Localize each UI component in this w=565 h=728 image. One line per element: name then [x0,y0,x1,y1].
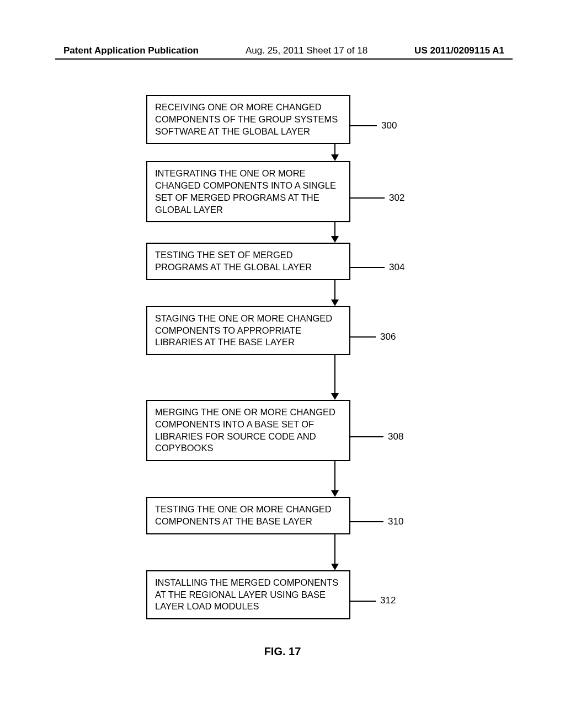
arrow-down-icon [331,299,339,306]
arrow-down-icon [331,393,339,400]
flow-step-text: RECEIVING ONE OR MORE CHANGED COMPONENTS… [155,102,338,136]
reference-leader-line [349,267,385,268]
arrow-shaft [334,222,335,237]
reference-leader-line [349,436,383,437]
arrow-shaft [334,461,335,491]
flow-step-302: INTEGRATING THE ONE OR MORE CHANGED COMP… [146,161,350,222]
arrow-shaft [334,144,335,155]
flow-arrow [247,222,422,243]
flow-step-text: STAGING THE ONE OR MORE CHANGED COMPONEN… [155,313,332,347]
flow-arrow [247,280,422,306]
flow-step-304: TESTING THE SET OF MERGED PROGRAMS AT TH… [146,243,350,280]
figure-label: FIG. 17 [0,645,565,658]
flow-step-310: TESTING THE ONE OR MORE CHANGED COMPONEN… [146,497,350,534]
arrow-shaft [334,534,335,564]
arrow-down-icon [331,490,339,497]
reference-number: 302 [385,192,404,204]
flow-step-text: INTEGRATING THE ONE OR MORE CHANGED COMP… [155,168,336,214]
reference-callout: 304 [349,261,404,274]
reference-callout: 302 [349,192,404,204]
reference-leader-line [349,601,376,602]
arrow-down-icon [331,564,339,570]
flow-step-text: TESTING THE SET OF MERGED PROGRAMS AT TH… [155,250,312,272]
flow-step-text: TESTING THE ONE OR MORE CHANGED COMPONEN… [155,504,332,526]
page-header: Patent Application Publication Aug. 25, … [0,45,565,56]
reference-leader-line [349,521,383,522]
reference-leader-line [349,197,385,199]
header-pubnum: US 2011/0209115 A1 [414,45,504,56]
flow-step-312: INSTALLING THE MERGED COMPONENTS AT THE … [146,570,350,619]
flow-arrow [247,534,422,570]
flow-step-300: RECEIVING ONE OR MORE CHANGED COMPONENTS… [146,95,350,144]
reference-number: 310 [383,516,403,528]
header-date-sheet: Aug. 25, 2011 Sheet 17 of 18 [246,45,367,56]
reference-callout: 312 [349,595,396,607]
arrow-down-icon [331,154,339,161]
flow-step-306: STAGING THE ONE OR MORE CHANGED COMPONEN… [146,306,350,355]
reference-leader-line [349,336,376,338]
flowchart: RECEIVING ONE OR MORE CHANGED COMPONENTS… [146,95,422,619]
reference-number: 306 [376,331,396,343]
flow-arrow [247,355,422,400]
reference-callout: 306 [349,331,396,343]
header-pub: Patent Application Publication [63,45,199,56]
reference-number: 308 [383,431,403,443]
reference-leader-line [349,125,377,126]
reference-number: 312 [376,595,396,607]
reference-callout: 300 [349,120,397,132]
reference-callout: 308 [349,431,403,443]
flow-arrow [247,461,422,497]
header-rule [55,58,513,60]
flow-arrow [247,144,422,161]
flow-step-308: MERGING THE ONE OR MORE CHANGED COMPONEN… [146,400,350,461]
reference-number: 304 [385,261,404,274]
arrow-down-icon [331,236,339,243]
flow-step-text: MERGING THE ONE OR MORE CHANGED COMPONEN… [155,407,335,453]
flow-step-text: INSTALLING THE MERGED COMPONENTS AT THE … [155,577,338,612]
reference-number: 300 [377,120,397,132]
arrow-shaft [334,280,335,300]
arrow-shaft [334,355,335,394]
reference-callout: 310 [349,516,403,528]
